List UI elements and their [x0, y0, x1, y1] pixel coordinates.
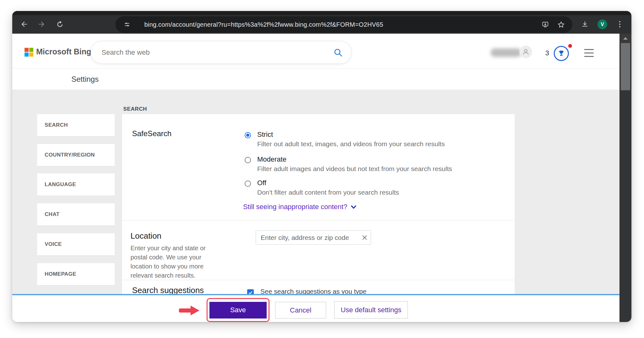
- browser-toolbar: bing.com/account/general?ru=https%3a%2f%…: [12, 15, 631, 34]
- back-button[interactable]: [19, 19, 29, 29]
- settings-title-band: Settings: [12, 68, 631, 90]
- radio-off[interactable]: [245, 180, 251, 187]
- microsoft-logo-icon[interactable]: [25, 48, 33, 57]
- page-title: Settings: [71, 75, 99, 84]
- settings-footer: Save Cancel Use default settings: [12, 294, 631, 322]
- scrollbar-up-icon[interactable]: [619, 34, 631, 43]
- section-label: SEARCH: [123, 106, 147, 112]
- inappropriate-content-link[interactable]: Still seeing inappropriate content?: [243, 203, 356, 211]
- chevron-down-icon: [351, 205, 356, 209]
- url-text: bing.com/account/general?ru=https%3a%2f%…: [144, 21, 383, 28]
- location-heading: Location: [130, 231, 161, 241]
- browser-menu-icon[interactable]: [618, 19, 622, 29]
- sidebar-item-language[interactable]: LANGUAGE: [37, 174, 115, 196]
- scrollbar-thumb[interactable]: [621, 43, 630, 90]
- username-blurred[interactable]: [491, 48, 521, 57]
- browser-profile-avatar[interactable]: V: [597, 19, 607, 29]
- downloads-button[interactable]: [580, 19, 590, 29]
- radio-off-label[interactable]: Off: [257, 179, 266, 187]
- radio-strict[interactable]: [245, 132, 251, 138]
- search-icon[interactable]: [333, 48, 343, 59]
- notification-dot: [568, 44, 572, 48]
- sidebar-item-chat[interactable]: CHAT: [37, 203, 115, 225]
- person-icon: [522, 48, 530, 56]
- brand-title[interactable]: Microsoft Bing: [36, 47, 91, 56]
- annotation-highlight-box: Save: [207, 298, 269, 322]
- site-controls-icon[interactable]: [122, 20, 132, 29]
- bing-header: Microsoft Bing 3: [12, 34, 631, 68]
- reload-icon: [56, 20, 64, 28]
- use-default-settings-button[interactable]: Use default settings: [334, 301, 408, 319]
- annotation-arrow-icon: [179, 305, 200, 317]
- forward-button[interactable]: [36, 19, 47, 29]
- browser-window: bing.com/account/general?ru=https%3a%2f%…: [12, 11, 631, 322]
- sidebar-item-country-region[interactable]: COUNTRY/REGION: [37, 144, 115, 166]
- radio-strict-description: Filter out adult text, images, and video…: [257, 140, 445, 148]
- page-scrollbar[interactable]: [619, 34, 631, 322]
- bing-settings-page: Microsoft Bing 3 Settings SEARCH SEA: [12, 34, 631, 322]
- settings-card: SafeSearch Strict Filter out adult text,…: [122, 114, 515, 303]
- radio-moderate-label[interactable]: Moderate: [257, 155, 286, 163]
- radio-off-description: Don't filter adult content from your sea…: [257, 189, 399, 196]
- download-icon: [581, 20, 589, 28]
- sidebar-item-homepage[interactable]: HOMEPAGE: [37, 263, 115, 285]
- install-app-icon[interactable]: [541, 20, 550, 29]
- divider: [122, 280, 515, 280]
- cancel-button[interactable]: Cancel: [275, 302, 326, 319]
- bookmark-star-icon[interactable]: [556, 20, 566, 29]
- safesearch-heading: SafeSearch: [132, 129, 171, 138]
- rewards-count: 3: [545, 49, 549, 57]
- location-input[interactable]: [256, 231, 357, 244]
- forward-arrow-icon: [37, 20, 46, 28]
- sidebar-item-voice[interactable]: VOICE: [37, 233, 115, 255]
- save-button[interactable]: Save: [209, 302, 267, 319]
- search-input[interactable]: [102, 41, 322, 64]
- back-arrow-icon: [20, 20, 28, 28]
- address-bar[interactable]: bing.com/account/general?ru=https%3a%2f%…: [115, 16, 572, 33]
- reload-button[interactable]: [55, 19, 65, 29]
- radio-moderate[interactable]: [245, 157, 251, 163]
- radio-strict-label[interactable]: Strict: [257, 130, 273, 139]
- account-button[interactable]: [519, 46, 532, 58]
- hamburger-menu-icon[interactable]: [584, 49, 594, 59]
- browser-chrome: bing.com/account/general?ru=https%3a%2f%…: [12, 11, 631, 34]
- tab-strip: [12, 11, 631, 15]
- location-description: Enter your city and state or postal code…: [130, 244, 214, 280]
- rewards-trophy-icon[interactable]: [554, 46, 569, 61]
- radio-moderate-description: Filter adult images and videos but not t…: [257, 165, 452, 173]
- sidebar-item-search[interactable]: SEARCH: [37, 114, 115, 136]
- location-input-wrap: [256, 230, 371, 245]
- divider: [122, 220, 515, 220]
- clear-location-icon[interactable]: [362, 235, 368, 242]
- search-box[interactable]: [91, 41, 352, 64]
